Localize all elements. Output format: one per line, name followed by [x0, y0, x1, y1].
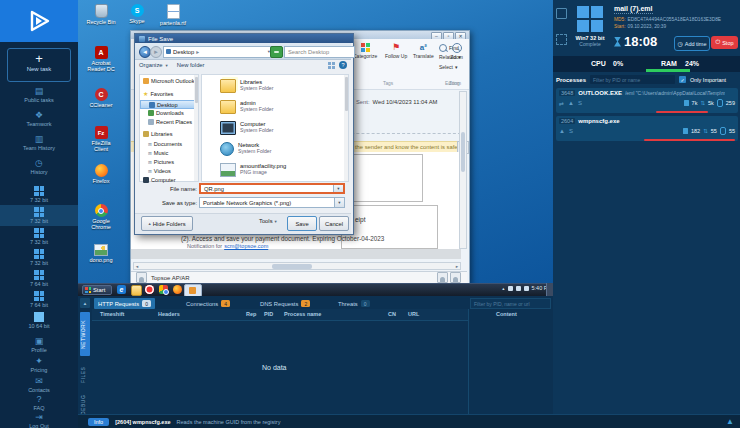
sidebar-item-history[interactable]: ◷ History: [0, 158, 78, 175]
breadcrumb[interactable]: Desktop ▸ ▾: [163, 46, 273, 58]
sidebar-task-win7-32-2[interactable]: 7 32 bit: [0, 205, 78, 226]
desktop-icon-skype[interactable]: S Skype: [120, 4, 154, 24]
sidebar-item-faq[interactable]: ? FAQ: [0, 394, 78, 411]
sidebar-item-profile[interactable]: ▣ Profile: [0, 336, 78, 353]
new-task-button[interactable]: + New task: [7, 48, 71, 82]
hide-folders-button[interactable]: ▴ Hide Folders: [141, 216, 193, 231]
save-button[interactable]: Save: [287, 216, 317, 231]
restart-icon[interactable]: ⇄: [559, 100, 564, 107]
tree-scrollbar[interactable]: [194, 75, 198, 181]
file-item-libraries[interactable]: LibrariesSystem Folder: [220, 79, 273, 93]
process-row-wmpnscfg[interactable]: 2604 wmpnscfg.exe ▲ S 182 ⇅ 55 55: [556, 116, 738, 141]
zoom-button[interactable]: Zoom: [450, 43, 463, 60]
tree-item-libraries[interactable]: Libraries: [140, 131, 201, 137]
tree-item-favorites[interactable]: ★ Favorites: [140, 90, 201, 97]
desktop-icon-acrobat[interactable]: A Acrobat Reader DC: [84, 46, 118, 72]
tab-threats[interactable]: Threats0: [334, 298, 374, 309]
process-row-outlook[interactable]: 3648 OUTLOOK.EXE /eml "C:\Users\admin\Ap…: [556, 88, 738, 113]
dialog-titlebar[interactable]: File Save: [135, 34, 353, 43]
file-name-input[interactable]: QR.png ▾: [199, 183, 345, 194]
file-name-dropdown-icon[interactable]: ▾: [333, 185, 343, 192]
sidebar-item-logout[interactable]: ⇥ Log Out: [0, 412, 78, 428]
anyrun-logo[interactable]: [0, 0, 78, 42]
file-item-network[interactable]: NetworkSystem Folder: [220, 142, 271, 156]
desktop-icon-recycle-bin[interactable]: Recycle Bin: [84, 4, 118, 25]
sidebar-item-public-tasks[interactable]: ▤ Public tasks: [0, 86, 78, 103]
sample-file-name[interactable]: mail (7).eml: [614, 5, 653, 14]
sidebar-task-win7-32-1[interactable]: 7 32 bit: [0, 184, 78, 205]
start-button[interactable]: Start: [82, 285, 112, 295]
system-tray[interactable]: ▴ 5:40 PM: [502, 285, 552, 291]
ie-icon[interactable]: e: [117, 285, 126, 294]
tree-item-desktop[interactable]: Desktop: [140, 100, 198, 109]
scroll-right-icon[interactable]: ►: [455, 264, 459, 269]
follow-up-button[interactable]: ⚑ Follow Up: [385, 43, 407, 59]
expand-icon[interactable]: ⊞: [148, 160, 152, 165]
side-tab-network[interactable]: NETWORK: [80, 312, 90, 356]
scrollbar-thumb[interactable]: [272, 264, 312, 269]
desktop-icon-firefox[interactable]: Firefox: [84, 164, 118, 184]
cancel-button[interactable]: Cancel: [319, 216, 349, 231]
search-input[interactable]: Search Desktop: [284, 46, 355, 58]
collapse-panel-icon[interactable]: ▲: [80, 298, 90, 308]
side-tab-files[interactable]: FILES: [80, 362, 90, 388]
tab-connections[interactable]: Connections4: [182, 298, 234, 309]
expand-icon[interactable]: ⊞: [148, 169, 152, 174]
organize-button[interactable]: Organize: [139, 62, 163, 68]
tree-item-outlook[interactable]: Microsoft Outlook: [140, 78, 201, 84]
add-time-button[interactable]: ◷ Add time: [674, 36, 710, 51]
tab-dns-requests[interactable]: DNS Requests2: [256, 298, 314, 309]
view-options-icon[interactable]: [328, 62, 335, 69]
avatar[interactable]: [450, 272, 461, 283]
file-item-png[interactable]: amountfacility.pngPNG image: [220, 163, 286, 177]
firefox-taskbar-icon[interactable]: [173, 285, 182, 294]
tray-expand-icon[interactable]: ▴: [502, 286, 504, 291]
horizontal-scrollbar[interactable]: ◄ ►: [133, 262, 461, 270]
desktop-icon-dono[interactable]: dono.png: [84, 244, 118, 263]
chrome-taskbar-icon[interactable]: [159, 285, 168, 294]
vscrollbar-thumb[interactable]: [461, 132, 465, 172]
desktop-icon-chrome[interactable]: Google Chrome: [84, 204, 118, 230]
sidebar-task-win10-64[interactable]: 10 64 bit: [0, 310, 78, 331]
stop-button[interactable]: ⏻ Stop: [711, 36, 738, 49]
panel-filter-input[interactable]: Filter by PID, name or url: [470, 298, 551, 309]
sidebar-task-win7-64-1[interactable]: 7 64 bit: [0, 268, 78, 289]
tab-http-requests[interactable]: HTTP Requests0: [94, 298, 155, 309]
action-center-icon[interactable]: [524, 286, 529, 291]
process-filter-input[interactable]: Filter by PID or name: [590, 75, 675, 84]
list-scrollbar[interactable]: [344, 75, 348, 181]
only-important-checkbox[interactable]: ✓: [679, 76, 686, 83]
desktop-icon-ccleaner[interactable]: C CCleaner: [84, 88, 118, 108]
sidebar-item-pricing[interactable]: ✦ Pricing: [0, 356, 78, 373]
sidebar-item-teamwork[interactable]: ❖ Teamwork: [0, 110, 78, 127]
new-folder-button[interactable]: New folder: [177, 62, 205, 68]
desktop-icon-filezilla[interactable]: Fz FileZilla Client: [84, 126, 118, 152]
avatar[interactable]: [437, 272, 448, 283]
select-button[interactable]: Select▾: [439, 64, 457, 70]
desktop-icon-partenla[interactable]: partenla.rtf: [156, 4, 190, 26]
email-link[interactable]: scm@topsoe.com: [224, 243, 268, 249]
open-external-icon[interactable]: [556, 8, 567, 19]
save-type-dropdown-icon[interactable]: ▾: [334, 198, 344, 207]
show-desktop-button[interactable]: [546, 283, 553, 296]
opera-icon[interactable]: [145, 285, 154, 294]
info-badge[interactable]: Info: [88, 418, 109, 426]
categorize-button[interactable]: Categorize: [353, 43, 377, 59]
translate-button[interactable]: a² Translate: [413, 43, 434, 59]
sidebar-item-contacts[interactable]: ✉ Contacts: [0, 376, 78, 393]
tree-item-computer[interactable]: Computer: [140, 177, 201, 183]
help-icon[interactable]: ?: [339, 61, 347, 69]
forward-button[interactable]: ►: [150, 46, 162, 58]
scroll-left-icon[interactable]: ◄: [135, 264, 139, 269]
sidebar-task-win7-32-3[interactable]: 7 32 bit: [0, 226, 78, 247]
volume-icon[interactable]: [508, 286, 513, 291]
file-item-admin[interactable]: adminSystem Folder: [220, 100, 273, 114]
sidebar-item-team-history[interactable]: ▥ Team History: [0, 134, 78, 151]
expand-icon[interactable]: ⊞: [148, 142, 152, 147]
sidebar-task-win7-32-4[interactable]: 7 32 bit: [0, 247, 78, 268]
sidebar-task-win7-64-2[interactable]: 7 64 bit: [0, 289, 78, 310]
people-pane[interactable]: Topsoe AP/AR: [131, 271, 467, 283]
like-icon[interactable]: ▲: [726, 417, 734, 426]
explorer-icon[interactable]: [131, 285, 142, 296]
tools-button[interactable]: Tools ▾: [259, 218, 277, 224]
